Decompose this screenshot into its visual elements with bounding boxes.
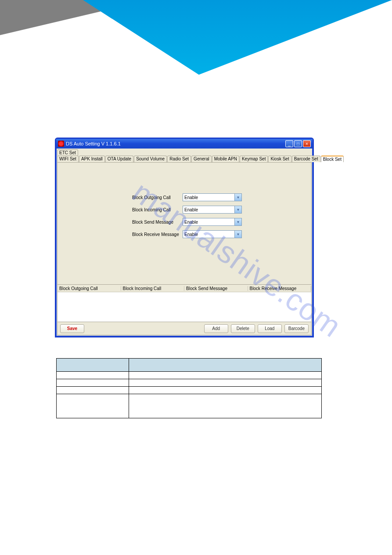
desc-header-2	[129, 359, 322, 372]
grid-col-incoming[interactable]: Block Incoming Call	[121, 286, 185, 291]
desc-cell	[57, 372, 129, 379]
desc-cell	[129, 379, 322, 387]
combo-value: Enable	[184, 195, 198, 200]
desc-cell	[129, 394, 322, 418]
table-header-row	[57, 359, 322, 372]
row-block-incoming-call: Block Incoming Call Enable ▼	[58, 206, 311, 214]
form-area: Block Outgoing Call Enable ▼ Block Incom…	[58, 163, 311, 284]
tab-wifi-set[interactable]: WIFI Set	[57, 156, 79, 162]
desc-cell	[57, 387, 129, 394]
tab-etc-set[interactable]: ETC Set	[57, 149, 78, 156]
desc-header-1	[57, 359, 129, 372]
chevron-down-icon: ▼	[234, 206, 241, 213]
label-block-send-message: Block Send Message	[132, 220, 183, 225]
description-table	[56, 358, 322, 418]
label-block-incoming-call: Block Incoming Call	[132, 207, 183, 212]
combo-block-outgoing-call[interactable]: Enable ▼	[183, 193, 242, 201]
bottom-toolbar: Save Add Delete Load Barcode	[58, 322, 311, 335]
grid-col-receive[interactable]: Block Receive Message	[248, 286, 312, 291]
table-row	[57, 379, 322, 387]
label-block-receive-message: Block Receive Message	[132, 232, 183, 237]
combo-block-receive-message[interactable]: Enable ▼	[183, 230, 242, 238]
desc-cell	[129, 372, 322, 379]
tab-radio-set[interactable]: Radio Set	[167, 156, 191, 162]
desc-cell	[57, 379, 129, 387]
combo-value: Enable	[184, 232, 198, 237]
window-title: DS Auto Setting V 1.1.6.1	[66, 141, 121, 146]
minimize-button[interactable]: _	[285, 140, 293, 147]
combo-value: Enable	[184, 207, 198, 212]
maximize-button[interactable]: □	[294, 140, 302, 147]
combo-block-send-message[interactable]: Enable ▼	[183, 218, 242, 226]
table-row	[57, 387, 322, 394]
tab-apk-install[interactable]: APK Install	[79, 156, 105, 162]
label-block-outgoing-call: Block Outgoing Call	[132, 195, 183, 200]
delete-button[interactable]: Delete	[231, 324, 255, 333]
tab-row-2: WIFI Set APK Install OTA Update Sound Vo…	[57, 156, 312, 162]
titlebar[interactable]: DS Auto Setting V 1.1.6.1 _ □ ×	[56, 139, 313, 149]
desc-cell	[129, 387, 322, 394]
row-block-receive-message: Block Receive Message Enable ▼	[58, 230, 311, 238]
client-area: ETC Set WIFI Set APK Install OTA Update …	[56, 149, 313, 336]
tab-ota-update[interactable]: OTA Update	[105, 156, 133, 162]
add-button[interactable]: Add	[204, 324, 228, 333]
chevron-down-icon: ▼	[234, 218, 241, 225]
combo-block-incoming-call[interactable]: Enable ▼	[183, 206, 242, 214]
chevron-down-icon: ▼	[234, 231, 241, 238]
desc-cell	[57, 394, 129, 418]
close-button[interactable]: ×	[303, 140, 311, 147]
grid-header-row: Block Outgoing Call Block Incoming Call …	[58, 285, 311, 292]
grid-col-outgoing[interactable]: Block Outgoing Call	[58, 286, 121, 291]
save-button[interactable]: Save	[60, 324, 84, 333]
tab-mobile-apn[interactable]: Mobile APN	[212, 156, 239, 162]
close-icon: ×	[306, 141, 308, 146]
app-icon	[58, 141, 64, 147]
tab-general[interactable]: General	[191, 156, 212, 162]
tab-panel: Block Outgoing Call Enable ▼ Block Incom…	[57, 162, 312, 335]
row-block-outgoing-call: Block Outgoing Call Enable ▼	[58, 193, 311, 201]
grid-col-send[interactable]: Block Send Message	[184, 286, 248, 291]
tab-barcode-set[interactable]: Barcode Set	[292, 156, 320, 162]
tab-sound-volume[interactable]: Sound Volume	[134, 156, 167, 162]
barcode-button[interactable]: Barcode	[284, 324, 309, 333]
data-grid[interactable]: Block Outgoing Call Block Incoming Call …	[58, 284, 311, 322]
table-row	[57, 394, 322, 418]
maximize-icon: □	[297, 141, 299, 146]
load-button[interactable]: Load	[258, 324, 282, 333]
tab-keymap-set[interactable]: Keymap Set	[240, 156, 268, 162]
minimize-icon: _	[288, 141, 291, 146]
tab-kiosk-set[interactable]: Kiosk Set	[268, 156, 291, 162]
row-block-send-message: Block Send Message Enable ▼	[58, 218, 311, 226]
table-row	[57, 372, 322, 379]
chevron-down-icon: ▼	[234, 194, 241, 201]
tab-block-set[interactable]: Block Set	[321, 156, 344, 162]
tab-row-1: ETC Set	[57, 149, 312, 156]
app-window: DS Auto Setting V 1.1.6.1 _ □ × ETC Set …	[55, 138, 314, 337]
combo-value: Enable	[184, 220, 198, 225]
